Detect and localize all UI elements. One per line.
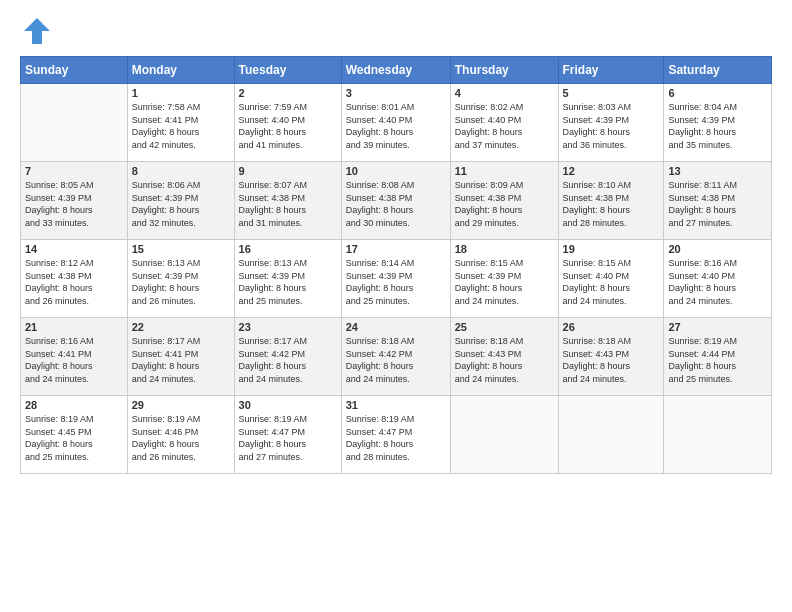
day-info: Sunrise: 8:09 AM Sunset: 4:38 PM Dayligh… bbox=[455, 179, 554, 229]
calendar-day-header: Sunday bbox=[21, 57, 128, 84]
calendar-header-row: SundayMondayTuesdayWednesdayThursdayFrid… bbox=[21, 57, 772, 84]
calendar-week-row: 7Sunrise: 8:05 AM Sunset: 4:39 PM Daylig… bbox=[21, 162, 772, 240]
calendar-cell: 2Sunrise: 7:59 AM Sunset: 4:40 PM Daylig… bbox=[234, 84, 341, 162]
day-number: 23 bbox=[239, 321, 337, 333]
day-number: 1 bbox=[132, 87, 230, 99]
calendar-cell: 9Sunrise: 8:07 AM Sunset: 4:38 PM Daylig… bbox=[234, 162, 341, 240]
calendar-cell bbox=[450, 396, 558, 474]
day-number: 28 bbox=[25, 399, 123, 411]
logo-icon bbox=[22, 16, 52, 46]
day-info: Sunrise: 8:04 AM Sunset: 4:39 PM Dayligh… bbox=[668, 101, 767, 151]
calendar-day-header: Wednesday bbox=[341, 57, 450, 84]
day-number: 11 bbox=[455, 165, 554, 177]
calendar-cell: 6Sunrise: 8:04 AM Sunset: 4:39 PM Daylig… bbox=[664, 84, 772, 162]
calendar-cell: 16Sunrise: 8:13 AM Sunset: 4:39 PM Dayli… bbox=[234, 240, 341, 318]
day-number: 24 bbox=[346, 321, 446, 333]
day-number: 7 bbox=[25, 165, 123, 177]
day-info: Sunrise: 8:18 AM Sunset: 4:43 PM Dayligh… bbox=[455, 335, 554, 385]
day-number: 31 bbox=[346, 399, 446, 411]
calendar-cell: 17Sunrise: 8:14 AM Sunset: 4:39 PM Dayli… bbox=[341, 240, 450, 318]
calendar-cell: 10Sunrise: 8:08 AM Sunset: 4:38 PM Dayli… bbox=[341, 162, 450, 240]
day-number: 29 bbox=[132, 399, 230, 411]
calendar-cell: 3Sunrise: 8:01 AM Sunset: 4:40 PM Daylig… bbox=[341, 84, 450, 162]
day-info: Sunrise: 7:59 AM Sunset: 4:40 PM Dayligh… bbox=[239, 101, 337, 151]
day-number: 20 bbox=[668, 243, 767, 255]
day-info: Sunrise: 7:58 AM Sunset: 4:41 PM Dayligh… bbox=[132, 101, 230, 151]
day-number: 25 bbox=[455, 321, 554, 333]
day-number: 14 bbox=[25, 243, 123, 255]
calendar-table: SundayMondayTuesdayWednesdayThursdayFrid… bbox=[20, 56, 772, 474]
day-number: 30 bbox=[239, 399, 337, 411]
svg-marker-0 bbox=[24, 18, 50, 44]
calendar-cell: 7Sunrise: 8:05 AM Sunset: 4:39 PM Daylig… bbox=[21, 162, 128, 240]
day-number: 10 bbox=[346, 165, 446, 177]
calendar-day-header: Thursday bbox=[450, 57, 558, 84]
day-number: 2 bbox=[239, 87, 337, 99]
day-number: 27 bbox=[668, 321, 767, 333]
day-info: Sunrise: 8:06 AM Sunset: 4:39 PM Dayligh… bbox=[132, 179, 230, 229]
calendar-cell: 31Sunrise: 8:19 AM Sunset: 4:47 PM Dayli… bbox=[341, 396, 450, 474]
calendar-cell: 21Sunrise: 8:16 AM Sunset: 4:41 PM Dayli… bbox=[21, 318, 128, 396]
day-number: 8 bbox=[132, 165, 230, 177]
calendar-day-header: Tuesday bbox=[234, 57, 341, 84]
day-info: Sunrise: 8:19 AM Sunset: 4:47 PM Dayligh… bbox=[346, 413, 446, 463]
day-number: 5 bbox=[563, 87, 660, 99]
calendar-cell: 19Sunrise: 8:15 AM Sunset: 4:40 PM Dayli… bbox=[558, 240, 664, 318]
calendar-cell: 5Sunrise: 8:03 AM Sunset: 4:39 PM Daylig… bbox=[558, 84, 664, 162]
day-number: 18 bbox=[455, 243, 554, 255]
day-info: Sunrise: 8:08 AM Sunset: 4:38 PM Dayligh… bbox=[346, 179, 446, 229]
day-info: Sunrise: 8:02 AM Sunset: 4:40 PM Dayligh… bbox=[455, 101, 554, 151]
calendar-day-header: Friday bbox=[558, 57, 664, 84]
day-info: Sunrise: 8:19 AM Sunset: 4:46 PM Dayligh… bbox=[132, 413, 230, 463]
day-info: Sunrise: 8:11 AM Sunset: 4:38 PM Dayligh… bbox=[668, 179, 767, 229]
calendar-week-row: 14Sunrise: 8:12 AM Sunset: 4:38 PM Dayli… bbox=[21, 240, 772, 318]
calendar-cell bbox=[21, 84, 128, 162]
day-number: 13 bbox=[668, 165, 767, 177]
calendar-cell: 28Sunrise: 8:19 AM Sunset: 4:45 PM Dayli… bbox=[21, 396, 128, 474]
day-number: 6 bbox=[668, 87, 767, 99]
logo bbox=[20, 16, 52, 46]
calendar-cell: 25Sunrise: 8:18 AM Sunset: 4:43 PM Dayli… bbox=[450, 318, 558, 396]
calendar-week-row: 1Sunrise: 7:58 AM Sunset: 4:41 PM Daylig… bbox=[21, 84, 772, 162]
day-number: 21 bbox=[25, 321, 123, 333]
day-info: Sunrise: 8:19 AM Sunset: 4:45 PM Dayligh… bbox=[25, 413, 123, 463]
calendar-cell: 27Sunrise: 8:19 AM Sunset: 4:44 PM Dayli… bbox=[664, 318, 772, 396]
calendar-cell: 14Sunrise: 8:12 AM Sunset: 4:38 PM Dayli… bbox=[21, 240, 128, 318]
day-info: Sunrise: 8:10 AM Sunset: 4:38 PM Dayligh… bbox=[563, 179, 660, 229]
calendar-cell bbox=[558, 396, 664, 474]
day-number: 22 bbox=[132, 321, 230, 333]
day-info: Sunrise: 8:18 AM Sunset: 4:42 PM Dayligh… bbox=[346, 335, 446, 385]
day-number: 19 bbox=[563, 243, 660, 255]
calendar-cell: 24Sunrise: 8:18 AM Sunset: 4:42 PM Dayli… bbox=[341, 318, 450, 396]
calendar-cell bbox=[664, 396, 772, 474]
calendar-week-row: 28Sunrise: 8:19 AM Sunset: 4:45 PM Dayli… bbox=[21, 396, 772, 474]
day-info: Sunrise: 8:05 AM Sunset: 4:39 PM Dayligh… bbox=[25, 179, 123, 229]
calendar-cell: 22Sunrise: 8:17 AM Sunset: 4:41 PM Dayli… bbox=[127, 318, 234, 396]
calendar-cell: 8Sunrise: 8:06 AM Sunset: 4:39 PM Daylig… bbox=[127, 162, 234, 240]
calendar-cell: 1Sunrise: 7:58 AM Sunset: 4:41 PM Daylig… bbox=[127, 84, 234, 162]
day-info: Sunrise: 8:12 AM Sunset: 4:38 PM Dayligh… bbox=[25, 257, 123, 307]
day-info: Sunrise: 8:19 AM Sunset: 4:47 PM Dayligh… bbox=[239, 413, 337, 463]
calendar-cell: 23Sunrise: 8:17 AM Sunset: 4:42 PM Dayli… bbox=[234, 318, 341, 396]
calendar-cell: 29Sunrise: 8:19 AM Sunset: 4:46 PM Dayli… bbox=[127, 396, 234, 474]
day-info: Sunrise: 8:03 AM Sunset: 4:39 PM Dayligh… bbox=[563, 101, 660, 151]
calendar-day-header: Monday bbox=[127, 57, 234, 84]
day-number: 9 bbox=[239, 165, 337, 177]
day-info: Sunrise: 8:16 AM Sunset: 4:40 PM Dayligh… bbox=[668, 257, 767, 307]
calendar-cell: 18Sunrise: 8:15 AM Sunset: 4:39 PM Dayli… bbox=[450, 240, 558, 318]
day-info: Sunrise: 8:13 AM Sunset: 4:39 PM Dayligh… bbox=[239, 257, 337, 307]
calendar-cell: 30Sunrise: 8:19 AM Sunset: 4:47 PM Dayli… bbox=[234, 396, 341, 474]
calendar-cell: 13Sunrise: 8:11 AM Sunset: 4:38 PM Dayli… bbox=[664, 162, 772, 240]
day-number: 16 bbox=[239, 243, 337, 255]
day-info: Sunrise: 8:18 AM Sunset: 4:43 PM Dayligh… bbox=[563, 335, 660, 385]
calendar-day-header: Saturday bbox=[664, 57, 772, 84]
day-info: Sunrise: 8:15 AM Sunset: 4:39 PM Dayligh… bbox=[455, 257, 554, 307]
header bbox=[20, 16, 772, 46]
calendar-cell: 26Sunrise: 8:18 AM Sunset: 4:43 PM Dayli… bbox=[558, 318, 664, 396]
day-info: Sunrise: 8:01 AM Sunset: 4:40 PM Dayligh… bbox=[346, 101, 446, 151]
day-info: Sunrise: 8:17 AM Sunset: 4:41 PM Dayligh… bbox=[132, 335, 230, 385]
calendar-week-row: 21Sunrise: 8:16 AM Sunset: 4:41 PM Dayli… bbox=[21, 318, 772, 396]
day-number: 12 bbox=[563, 165, 660, 177]
calendar-cell: 11Sunrise: 8:09 AM Sunset: 4:38 PM Dayli… bbox=[450, 162, 558, 240]
day-info: Sunrise: 8:19 AM Sunset: 4:44 PM Dayligh… bbox=[668, 335, 767, 385]
